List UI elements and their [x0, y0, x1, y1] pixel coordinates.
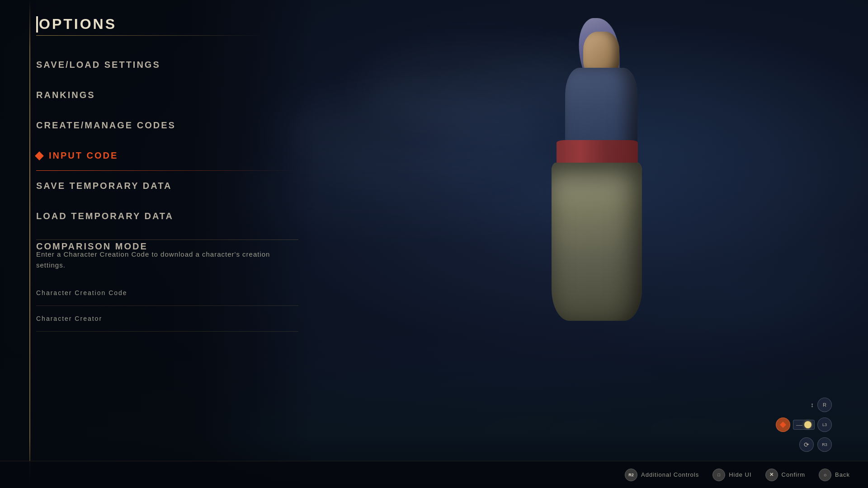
back-label: Back [835, 471, 850, 478]
circle-button[interactable]: ○ [819, 469, 831, 481]
directional-arrows: ↕ [811, 401, 814, 408]
options-button[interactable]: □ [712, 469, 725, 481]
title-bar: OPTIONS [36, 16, 262, 33]
control-confirm: ✕ Confirm [765, 469, 806, 481]
ctrl-row-move: ↕ R [811, 398, 832, 412]
diamond-icon [776, 418, 790, 432]
fields-section: Character Creation Code Character Creato… [36, 280, 298, 332]
vertical-accent-line [29, 0, 30, 488]
rock-3 [651, 418, 732, 450]
active-indicator-diamond [35, 151, 44, 160]
field-row-character-creator[interactable]: Character Creator [36, 306, 298, 332]
options-menu: SAVE/LOAD SETTINGS RANKINGS CREATE/MANAG… [36, 50, 298, 262]
character-figure [506, 14, 696, 398]
rock-4 [701, 422, 755, 445]
r3-button: R3 [817, 437, 832, 452]
menu-item-load-temp[interactable]: LOAD TEMPORARY DATA [36, 201, 298, 231]
bottom-controls-bar: R2 Additional Controls □ Hide UI ✕ Confi… [0, 461, 868, 488]
stick-controls: — L3 [776, 418, 832, 432]
menu-item-rankings[interactable]: RANKINGS [36, 80, 298, 110]
x-button[interactable]: ✕ [765, 469, 778, 481]
description-section: Enter a Character Creation Code to downl… [36, 239, 298, 271]
rock-2 [552, 420, 619, 447]
title-section: OPTIONS [36, 16, 262, 36]
controller-hud: ↕ R — L3 ⟳ R3 [776, 398, 832, 452]
ctrl-row-stick: — L3 [776, 418, 832, 432]
camera-icon: ⟳ [799, 437, 814, 452]
title-underline [36, 35, 262, 36]
left-panel: OPTIONS SAVE/LOAD SETTINGS RANKINGS CREA… [0, 0, 316, 488]
additional-controls-label: Additional Controls [641, 471, 699, 478]
r-button-icon: R [817, 398, 832, 412]
brightness-dot [804, 421, 811, 428]
confirm-label: Confirm [782, 471, 806, 478]
control-hide-ui: □ Hide UI [712, 469, 751, 481]
rock-1 [484, 416, 574, 452]
control-back: ○ Back [819, 469, 850, 481]
ctrl-row-camera: ⟳ R3 [799, 437, 832, 452]
character-lower [552, 163, 642, 321]
r2-button[interactable]: R2 [625, 469, 637, 481]
description-text: Enter a Character Creation Code to downl… [36, 249, 298, 271]
menu-item-create-manage[interactable]: CREATE/MANAGE CODES [36, 110, 298, 141]
slider-control: — [793, 420, 815, 430]
menu-item-save-temp[interactable]: SAVE TEMPORARY DATA [36, 171, 298, 201]
field-label-creation-code: Character Creation Code [36, 289, 298, 296]
control-additional: R2 Additional Controls [625, 469, 699, 481]
terrain-rocks [461, 361, 778, 452]
menu-item-input-code[interactable]: INPUT CODE [36, 141, 298, 171]
title-cursor [36, 16, 38, 33]
menu-item-save-load[interactable]: SAVE/LOAD SETTINGS [36, 50, 298, 80]
page-title: OPTIONS [39, 16, 117, 33]
l3-button: L3 [817, 418, 832, 432]
hide-ui-label: Hide UI [729, 471, 751, 478]
field-row-creation-code[interactable]: Character Creation Code [36, 280, 298, 306]
field-label-character-creator: Character Creator [36, 315, 298, 322]
